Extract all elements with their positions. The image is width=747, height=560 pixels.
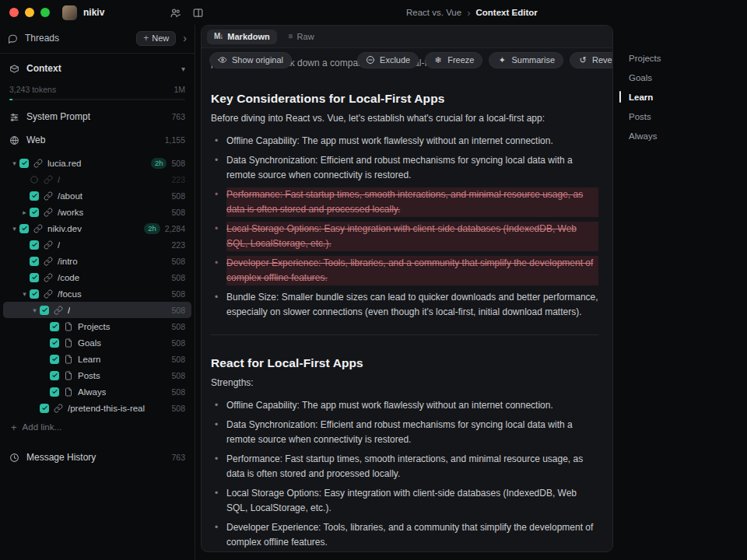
- outline-item-always[interactable]: Always: [629, 126, 661, 145]
- bullet-item: •Offline Capability: The app must work f…: [211, 134, 598, 149]
- chevron-right-icon[interactable]: ›: [183, 33, 187, 44]
- token-count: 508: [171, 355, 185, 364]
- chevron-down-icon[interactable]: ▾: [9, 225, 19, 233]
- chevron-down-icon[interactable]: ▾: [9, 159, 19, 167]
- checkbox-checked[interactable]: [50, 355, 59, 364]
- add-link-button[interactable]: + Add link...: [0, 418, 195, 436]
- members-icon[interactable]: [170, 7, 181, 19]
- bullet-text: Local Storage Options: Easy integration …: [226, 486, 598, 516]
- tree-item-label: /works: [58, 208, 83, 217]
- show-original-button[interactable]: Show original: [209, 52, 292, 68]
- tab-markdown[interactable]: M↓ Markdown: [207, 30, 277, 44]
- minimize-window-button[interactable]: [25, 8, 34, 17]
- tree-item-label: /code: [58, 273, 79, 282]
- summarise-button[interactable]: ✦ Summarise: [489, 52, 563, 68]
- tree-row-posts[interactable]: Posts508: [3, 367, 191, 383]
- checkbox-checked[interactable]: [50, 338, 59, 348]
- user-avatar[interactable]: [62, 5, 77, 20]
- checkbox-checked[interactable]: [50, 387, 59, 397]
- chat-bubble-icon: [8, 33, 18, 44]
- age-badge: 2h: [144, 223, 160, 234]
- bullet-item: •Data Synchronization: Efficient and rob…: [211, 153, 598, 183]
- bullet-item-struck: •Local Storage Options: Easy integration…: [211, 222, 598, 251]
- sidebar-toggle-icon[interactable]: [192, 7, 204, 19]
- message-history-row[interactable]: Message History 763: [0, 446, 195, 469]
- checkbox-checked[interactable]: [30, 208, 39, 217]
- checkbox-checked[interactable]: [40, 306, 49, 315]
- threads-row[interactable]: Threads + New ›: [0, 26, 195, 50]
- outline-item-projects[interactable]: Projects: [629, 48, 661, 68]
- tree-item-label: Goals: [78, 338, 101, 348]
- breadcrumb: React vs. Vue › Context Editor: [406, 0, 538, 25]
- tree-row-lucia-red[interactable]: ▾lucia.red2h508: [3, 155, 191, 171]
- tab-raw[interactable]: ≡ Raw: [282, 30, 321, 44]
- checkbox-checked[interactable]: [19, 224, 29, 233]
- markdown-icon: M↓: [214, 32, 223, 40]
- checkbox-checked[interactable]: [30, 240, 39, 250]
- token-count: 223: [171, 175, 185, 184]
- tree-item-label: /: [58, 240, 60, 250]
- checkbox-checked[interactable]: [30, 289, 39, 299]
- tree-row-root[interactable]: /223: [3, 171, 191, 187]
- freeze-button[interactable]: ❄ Freeze: [425, 52, 482, 68]
- web-row[interactable]: Web 1,155: [0, 128, 195, 152]
- show-original-label: Show original: [232, 55, 283, 65]
- document-blocks: Key Considerations for Local-First AppsB…: [211, 92, 598, 551]
- context-header[interactable]: Context ▾: [0, 57, 195, 80]
- bullet-item-struck: •Performance: Fast startup times, smooth…: [211, 187, 598, 217]
- circle-icon[interactable]: [30, 175, 39, 184]
- bullet-dot: •: [215, 153, 226, 183]
- tree-row-root[interactable]: ▾/508: [3, 302, 191, 318]
- sliders-icon: [9, 112, 19, 122]
- tree-row-pretend-this-is-real[interactable]: /pretend-this-is-real508: [3, 400, 191, 416]
- tree-row-works[interactable]: ▸/works508: [3, 204, 191, 220]
- bullet-item-struck: •Developer Experience: Tools, libraries,…: [211, 256, 598, 285]
- link-icon: [44, 240, 53, 250]
- token-count: 508: [171, 387, 185, 397]
- tree-row-code[interactable]: /code508: [3, 269, 191, 285]
- eye-icon: [218, 55, 227, 65]
- revert-button[interactable]: ↺ Revert: [570, 52, 612, 68]
- link-icon: [54, 404, 63, 413]
- checkbox-checked[interactable]: [40, 404, 49, 413]
- zoom-window-button[interactable]: [40, 8, 50, 17]
- bullet-text: Developer Experience: Tools, libraries, …: [226, 256, 598, 285]
- bullet-list: •Offline Capability: The app must work f…: [211, 134, 598, 320]
- tree-row-projects[interactable]: Projects508: [3, 318, 191, 334]
- checkbox-checked[interactable]: [50, 322, 59, 331]
- new-thread-button[interactable]: + New: [136, 31, 176, 46]
- bullet-text: Performance: Fast startup times, smooth …: [226, 452, 598, 481]
- link-icon: [33, 159, 43, 168]
- tree-row-focus[interactable]: ▾/focus508: [3, 285, 191, 302]
- outline-item-goals[interactable]: Goals: [629, 68, 661, 87]
- checkbox-checked[interactable]: [30, 257, 39, 266]
- tree-row-intro[interactable]: /intro508: [3, 253, 191, 269]
- tab-raw-label: Raw: [297, 32, 314, 41]
- exclude-button[interactable]: Exclude: [357, 52, 419, 68]
- token-count: 508: [171, 306, 185, 315]
- breadcrumb-parent[interactable]: React vs. Vue: [406, 8, 461, 17]
- chevron-down-icon[interactable]: ▾: [30, 306, 40, 314]
- plus-icon: +: [11, 422, 17, 432]
- tree-row-about[interactable]: /about508: [3, 187, 191, 204]
- chevron-down-icon[interactable]: ▾: [19, 290, 30, 298]
- tree-row-root[interactable]: /223: [3, 236, 191, 253]
- message-history-count: 763: [171, 453, 185, 462]
- checkbox-checked[interactable]: [19, 159, 29, 168]
- checkbox-checked[interactable]: [30, 191, 39, 201]
- tree-row-learn[interactable]: Learn508: [3, 351, 191, 367]
- token-count: 508: [171, 289, 185, 299]
- tree-item-label: /focus: [58, 289, 82, 299]
- chevron-down-icon[interactable]: ▾: [181, 65, 185, 73]
- tree-row-nikiv-dev[interactable]: ▾nikiv.dev2h2,284: [3, 220, 191, 236]
- tree-row-always[interactable]: Always508: [3, 383, 191, 400]
- outline-item-learn[interactable]: Learn: [629, 87, 661, 107]
- checkbox-checked[interactable]: [30, 273, 39, 282]
- chevron-right-icon[interactable]: ▸: [19, 208, 30, 216]
- outline-item-posts[interactable]: Posts: [629, 107, 661, 126]
- checkbox-checked[interactable]: [50, 371, 59, 380]
- system-prompt-row[interactable]: System Prompt 763: [0, 105, 195, 128]
- tree-row-goals[interactable]: Goals508: [3, 334, 191, 351]
- bullet-text: Performance: Fast startup times, smooth …: [226, 187, 598, 217]
- close-window-button[interactable]: [9, 8, 19, 17]
